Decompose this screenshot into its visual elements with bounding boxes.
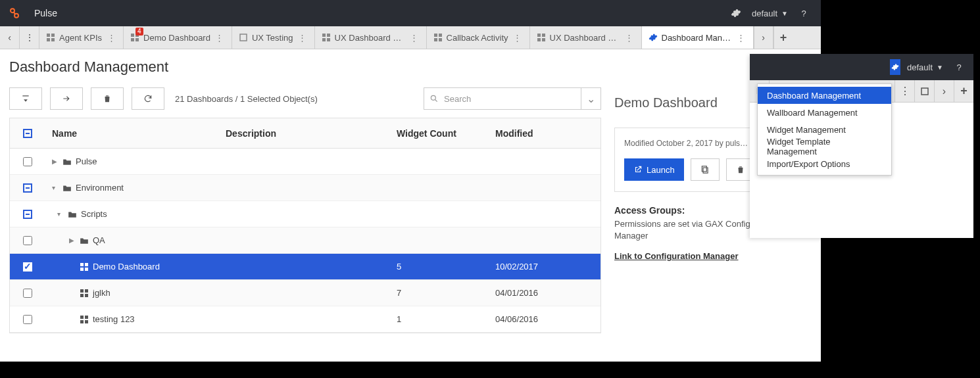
tab-more-icon[interactable]: ⋮: [214, 33, 225, 43]
tab-callback[interactable]: Callback Activity ⋮: [427, 26, 530, 49]
row-name: Scripts: [81, 209, 107, 219]
svg-rect-26: [80, 268, 84, 271]
tab-ux-testing[interactable]: UX Testing ⋮: [232, 26, 315, 49]
dashboard-table: Name Description Widget Count Modified ▶…: [9, 118, 601, 333]
header-check[interactable]: [10, 129, 45, 138]
svg-point-0: [11, 9, 14, 12]
overlay-gear-active-icon[interactable]: [890, 59, 900, 75]
col-widget-count[interactable]: Widget Count: [390, 128, 489, 139]
table-row[interactable]: ▾Environment: [10, 175, 600, 201]
tab-dashboard-management[interactable]: Dashboard Manag… ⋮: [642, 26, 754, 49]
svg-rect-19: [537, 34, 541, 37]
launch-label: Launch: [647, 165, 675, 175]
table-row[interactable]: jglkh 7 04/01/2016: [10, 280, 600, 306]
tab-more-icon[interactable]: ⋮: [512, 33, 523, 43]
tab-more-icon[interactable]: ⋮: [106, 33, 116, 43]
row-widget-count: 5: [390, 262, 489, 272]
svg-rect-8: [131, 38, 134, 41]
help-icon[interactable]: ?: [795, 4, 813, 22]
collapse-button[interactable]: [9, 87, 42, 110]
tab-add-button[interactable]: +: [773, 26, 793, 49]
row-checkbox[interactable]: [23, 157, 32, 166]
tab-more-icon[interactable]: ⋮: [736, 33, 747, 43]
gear-icon: [649, 33, 658, 42]
toolbar: 21 Dashboards / 1 Selected Object(s) ⌄: [9, 87, 601, 110]
app-window: Pulse default ▼ ? ‹ ⋮ Agent KPIs ⋮ 4 Dem…: [0, 0, 821, 362]
tab-scroll-right-button[interactable]: ›: [754, 26, 773, 49]
row-checkbox[interactable]: [23, 236, 32, 245]
svg-rect-24: [80, 263, 84, 266]
row-checkbox[interactable]: [23, 262, 32, 272]
folder-icon: [80, 236, 89, 245]
collapse-icon[interactable]: ▾: [57, 210, 64, 218]
overlay-help-icon[interactable]: ?: [950, 58, 968, 76]
svg-rect-17: [434, 38, 437, 41]
tab-ux-dash-2[interactable]: UX Dashboard Te… ⋮: [530, 26, 642, 49]
refresh-button[interactable]: [132, 87, 164, 110]
delete-button[interactable]: [91, 87, 124, 110]
svg-point-1: [14, 14, 18, 18]
menu-item-dashboard-management[interactable]: Dashboard Management: [758, 87, 891, 104]
table-row[interactable]: ▶QA: [10, 227, 600, 254]
row-checkbox[interactable]: [23, 315, 32, 324]
tab-agent-kpis[interactable]: Agent KPIs ⋮: [39, 26, 124, 49]
app-title: Pulse: [34, 8, 57, 18]
svg-rect-2: [47, 34, 50, 37]
row-modified: 04/01/2016: [489, 288, 600, 298]
overlay-add-button[interactable]: +: [954, 80, 973, 102]
table-row[interactable]: ▶Pulse: [10, 149, 600, 175]
settings-gear-icon[interactable]: [727, 4, 745, 22]
user-label: default: [752, 9, 777, 18]
collapse-icon[interactable]: ▾: [52, 184, 59, 191]
dashboard-icon: [80, 289, 89, 298]
tab-demo-dashboard[interactable]: 4 Demo Dashboard ⋮: [124, 26, 232, 49]
overlay-user-dropdown[interactable]: default ▼: [900, 62, 950, 72]
svg-rect-18: [439, 38, 442, 41]
table-row[interactable]: ▾Scripts: [10, 201, 600, 227]
menu-item-widget-management[interactable]: Widget Management: [758, 121, 891, 138]
user-dropdown[interactable]: default ▼: [745, 9, 795, 18]
svg-rect-36: [703, 168, 708, 173]
row-name: jglkh: [93, 288, 110, 298]
tab-scroll-left-button[interactable]: ‹: [0, 26, 20, 49]
tab-more-icon[interactable]: ⋮: [297, 33, 308, 43]
tab-label: UX Testing: [252, 33, 293, 43]
menu-item-wallboard-management[interactable]: Wallboard Management: [758, 104, 891, 121]
svg-rect-14: [327, 38, 330, 41]
col-modified[interactable]: Modified: [489, 128, 600, 139]
overlay-tab-more-icon[interactable]: ⋮: [894, 80, 914, 102]
row-name: testing 123: [93, 314, 135, 324]
grid-icon: [322, 33, 331, 42]
menu-item-widget-template-management[interactable]: Widget Template Management: [758, 138, 891, 155]
copy-button[interactable]: [691, 158, 720, 181]
table-row[interactable]: testing 123 1 04/06/2016: [10, 306, 600, 333]
menu-item-import-export[interactable]: Import/Export Options: [758, 155, 891, 172]
tab-badge: 4: [135, 28, 143, 35]
launch-button[interactable]: Launch: [624, 158, 684, 181]
config-manager-link[interactable]: Link to Configuration Manager: [614, 251, 739, 261]
table-row[interactable]: Demo Dashboard 5 10/02/2017: [10, 254, 600, 280]
svg-rect-27: [85, 268, 88, 271]
row-checkbox[interactable]: [23, 183, 32, 193]
tab-menu-button[interactable]: ⋮: [20, 26, 39, 49]
tab-more-icon[interactable]: ⋮: [624, 33, 635, 43]
col-desc[interactable]: Description: [219, 128, 390, 139]
expand-icon[interactable]: ▶: [52, 158, 59, 165]
tab-more-icon[interactable]: ⋮: [409, 33, 420, 43]
expand-icon[interactable]: ▶: [69, 237, 76, 244]
page-title: Dashboard Management: [9, 59, 601, 76]
search-input[interactable]: [444, 88, 581, 109]
svg-rect-10: [240, 34, 247, 41]
overlay-scroll-right-button[interactable]: ›: [934, 80, 954, 102]
folder-icon: [68, 210, 77, 219]
tab-label: Demo Dashboard: [143, 33, 210, 43]
dashboard-icon: [80, 315, 89, 324]
tab-ux-dash-1[interactable]: UX Dashboard Te… ⋮: [315, 26, 427, 49]
row-checkbox[interactable]: [23, 210, 32, 219]
overlay-square-icon[interactable]: [914, 80, 934, 102]
col-name[interactable]: Name: [45, 128, 219, 139]
search-dropdown-button[interactable]: ⌄: [581, 88, 600, 109]
svg-rect-31: [85, 294, 88, 297]
move-button[interactable]: [50, 87, 83, 110]
row-checkbox[interactable]: [23, 289, 32, 298]
